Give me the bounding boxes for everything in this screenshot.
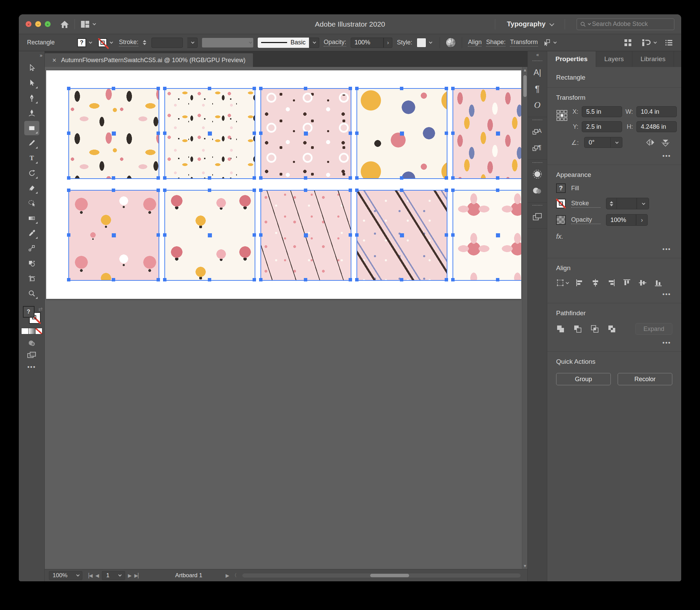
pattern-swatch-budding-branches[interactable] bbox=[260, 190, 351, 281]
horizontal-scrollbar[interactable] bbox=[242, 573, 521, 578]
align-top-icon[interactable] bbox=[623, 279, 631, 287]
previous-artboard-icon[interactable]: ◀ bbox=[95, 573, 99, 578]
selection-handle[interactable] bbox=[163, 176, 166, 180]
selection-handle[interactable] bbox=[445, 176, 448, 180]
rectangle-tool[interactable] bbox=[24, 121, 39, 135]
artboard[interactable] bbox=[46, 70, 521, 299]
vertical-scrollbar[interactable]: ▲ ▼ bbox=[522, 67, 527, 569]
flip-vertical-icon[interactable] bbox=[661, 138, 670, 147]
center-anchor-point[interactable] bbox=[496, 131, 500, 136]
selection-handle[interactable] bbox=[112, 278, 115, 281]
brush-definition-control[interactable]: Basic bbox=[258, 38, 319, 48]
stroke-weight-stepper[interactable] bbox=[606, 198, 617, 209]
selection-handle[interactable] bbox=[163, 189, 166, 192]
selection-handle[interactable] bbox=[112, 176, 115, 180]
selection-handle[interactable] bbox=[355, 233, 359, 237]
selection-handle[interactable] bbox=[349, 233, 352, 237]
selection-handle[interactable] bbox=[67, 233, 70, 237]
pattern-swatch-autumn-leaf-scatter[interactable] bbox=[68, 88, 159, 179]
align-vertical-center-icon[interactable] bbox=[638, 279, 647, 287]
selection-handle[interactable] bbox=[67, 278, 70, 281]
minimize-window-icon[interactable]: − bbox=[35, 21, 41, 27]
pathfinder-exclude-icon[interactable] bbox=[607, 324, 616, 333]
pattern-swatch-ditsy-bell-flowers[interactable] bbox=[164, 88, 255, 179]
selection-handle[interactable] bbox=[259, 233, 262, 237]
selection-handle[interactable] bbox=[445, 189, 448, 192]
effects-button[interactable]: fx. bbox=[556, 231, 672, 242]
center-anchor-point[interactable] bbox=[208, 233, 212, 237]
lasso-tool[interactable] bbox=[24, 196, 39, 210]
stroke-color-control[interactable] bbox=[98, 38, 115, 47]
pattern-swatch-white-bells-on-pink[interactable] bbox=[260, 88, 351, 179]
selection-handle[interactable] bbox=[445, 278, 448, 281]
last-artboard-icon[interactable]: ▶▏ bbox=[134, 573, 142, 578]
type-tool[interactable]: T bbox=[24, 151, 39, 165]
selection-handle[interactable] bbox=[445, 87, 448, 90]
center-anchor-point[interactable] bbox=[400, 233, 404, 237]
selection-handle[interactable] bbox=[253, 233, 256, 237]
status-expand-icon[interactable]: ▶ bbox=[226, 573, 229, 578]
pattern-swatch-lily-flower-grid[interactable] bbox=[453, 190, 521, 281]
artboards-panel-icon[interactable] bbox=[530, 209, 545, 224]
fill-appearance-swatch[interactable]: ? bbox=[556, 183, 566, 193]
zoom-level-control[interactable]: 100% bbox=[49, 571, 82, 580]
selection-handle[interactable] bbox=[355, 189, 359, 192]
arrange-documents-icon[interactable] bbox=[80, 20, 95, 28]
eraser-tool[interactable] bbox=[24, 181, 39, 195]
swap-fill-stroke-icon[interactable]: ⇄ bbox=[38, 306, 43, 312]
align-to-selection-icon[interactable] bbox=[556, 279, 568, 287]
x-field[interactable] bbox=[582, 106, 622, 117]
graphic-style-control[interactable] bbox=[417, 38, 434, 47]
selection-handle[interactable] bbox=[259, 87, 262, 90]
menu-icon[interactable] bbox=[665, 39, 673, 46]
more-pathfinder-options-icon[interactable]: ••• bbox=[662, 339, 671, 347]
stroke-swatch[interactable] bbox=[98, 38, 107, 47]
selection-handle[interactable] bbox=[208, 189, 211, 192]
transparency-panel-icon[interactable] bbox=[530, 183, 545, 198]
character-styles-panel-icon[interactable]: A bbox=[530, 124, 545, 139]
curvature-tool[interactable] bbox=[24, 106, 39, 120]
recolor-artwork-icon[interactable] bbox=[446, 38, 456, 48]
selection-handle[interactable] bbox=[451, 189, 455, 192]
selection-handle[interactable] bbox=[451, 233, 455, 237]
adobe-stock-search[interactable] bbox=[577, 18, 674, 30]
brush-dropdown[interactable] bbox=[309, 38, 319, 48]
selection-handle[interactable] bbox=[259, 176, 262, 180]
selection-handle[interactable] bbox=[355, 176, 359, 180]
selection-handle[interactable] bbox=[304, 87, 307, 90]
blend-tool[interactable] bbox=[24, 241, 39, 255]
selection-handle[interactable] bbox=[112, 189, 115, 192]
zoom-tool[interactable] bbox=[24, 286, 39, 301]
status-collapse-icon[interactable]: 〈 bbox=[232, 572, 237, 579]
align-bottom-icon[interactable] bbox=[654, 279, 662, 287]
paragraph-panel-icon[interactable]: ¶ bbox=[530, 81, 545, 96]
selection-handle[interactable] bbox=[349, 87, 352, 90]
selection-handle[interactable] bbox=[157, 233, 160, 237]
selection-handle[interactable] bbox=[163, 233, 166, 237]
selection-handle[interactable] bbox=[208, 176, 211, 180]
selection-handle[interactable] bbox=[349, 176, 352, 180]
pattern-swatch-dandelion-seed-heads[interactable] bbox=[68, 190, 159, 281]
selection-handle[interactable] bbox=[445, 233, 448, 237]
h-field[interactable] bbox=[636, 121, 677, 132]
center-anchor-point[interactable] bbox=[400, 131, 404, 136]
w-field[interactable] bbox=[636, 106, 677, 117]
opacity-control[interactable]: 100% › bbox=[351, 38, 392, 48]
align-horizontal-center-icon[interactable] bbox=[591, 279, 600, 287]
select-similar-objects-control[interactable] bbox=[542, 39, 556, 47]
artboard-number-control[interactable]: 1 bbox=[102, 571, 125, 580]
center-anchor-point[interactable] bbox=[304, 233, 308, 237]
selection-handle[interactable] bbox=[496, 189, 499, 192]
stroke-weight-value[interactable] bbox=[617, 198, 637, 209]
selection-handle[interactable] bbox=[304, 189, 307, 192]
align-right-icon[interactable] bbox=[607, 279, 615, 287]
close-window-icon[interactable]: × bbox=[26, 21, 31, 27]
pattern-swatch-abstract-bold-blooms[interactable] bbox=[356, 88, 447, 179]
selection-handle[interactable] bbox=[157, 87, 160, 90]
color-button[interactable] bbox=[22, 328, 28, 334]
selection-handle[interactable] bbox=[451, 131, 455, 135]
pattern-swatch-diagonal-vines[interactable] bbox=[356, 190, 447, 281]
rotation-dropdown[interactable] bbox=[611, 137, 622, 148]
selection-handle[interactable] bbox=[400, 87, 403, 90]
collapse-dock-icon[interactable]: « bbox=[536, 52, 538, 57]
